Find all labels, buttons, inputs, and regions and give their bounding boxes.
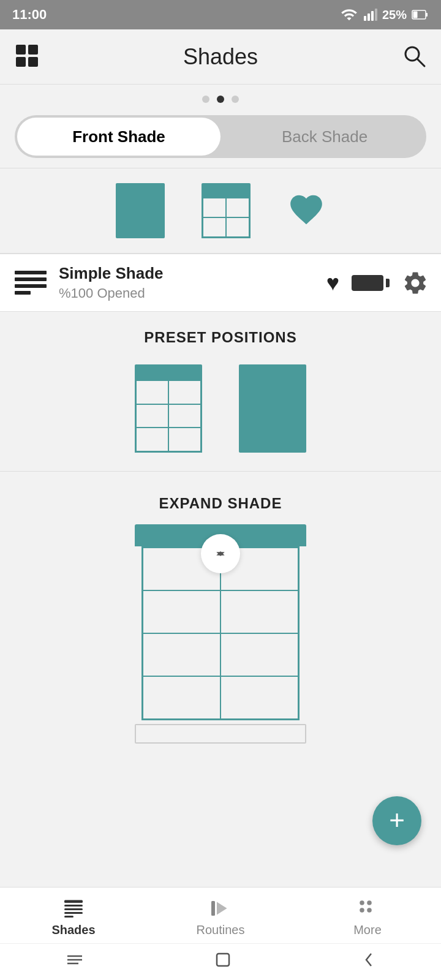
lines-icon	[15, 271, 47, 295]
add-button[interactable]: +	[372, 796, 421, 845]
wifi-icon	[341, 6, 358, 23]
svg-rect-6	[426, 13, 428, 17]
svg-point-21	[360, 908, 364, 913]
battery-icon	[412, 9, 429, 21]
svg-rect-5	[413, 12, 418, 18]
svg-point-19	[360, 900, 364, 905]
device-name: Simple Shade	[59, 264, 326, 283]
preset-positions-section: PRESET POSITIONS	[0, 312, 441, 471]
nav-routines-label: Routines	[197, 923, 245, 937]
nav-item-more[interactable]: More	[331, 897, 404, 937]
preset-row	[0, 358, 441, 471]
device-heart-icon[interactable]: ♥	[326, 270, 339, 296]
svg-rect-9	[16, 57, 26, 67]
status-right: 25%	[341, 6, 429, 23]
grid-icon[interactable]	[15, 43, 39, 70]
preset-open-icon[interactable]	[135, 364, 202, 453]
system-nav-bar	[0, 943, 441, 980]
expand-bottom-bar	[135, 724, 306, 744]
svg-rect-13	[64, 900, 83, 903]
shade-solid-icon[interactable]	[116, 183, 165, 238]
sys-nav-recents[interactable]	[65, 952, 85, 970]
svg-rect-1	[368, 13, 370, 21]
expand-shade-section: EXPAND SHADE	[0, 472, 441, 756]
device-item: Simple Shade %100 Opened ♥	[0, 254, 441, 312]
svg-rect-17	[64, 916, 74, 918]
bottom-nav: Shades Routines More	[0, 887, 441, 980]
expand-shade-title: EXPAND SHADE	[0, 478, 441, 524]
signal-icon	[363, 6, 377, 23]
device-actions: ♥	[326, 270, 429, 296]
svg-rect-0	[364, 16, 366, 21]
svg-rect-16	[64, 912, 83, 914]
device-icon	[12, 265, 49, 301]
add-icon: +	[389, 807, 405, 834]
svg-rect-10	[28, 57, 38, 67]
sys-nav-home[interactable]	[214, 951, 232, 971]
front-shade-button[interactable]: Front Shade	[17, 118, 221, 156]
svg-rect-7	[16, 45, 26, 55]
search-icon[interactable]	[402, 43, 426, 70]
status-bar: 11:00 25%	[0, 0, 441, 29]
device-settings-icon[interactable]	[402, 270, 429, 296]
nav-more-icon	[356, 897, 379, 919]
sys-nav-back[interactable]	[361, 951, 376, 971]
nav-more-label: More	[353, 923, 382, 937]
page-dot-1	[202, 96, 209, 103]
svg-rect-18	[211, 901, 215, 916]
battery-text: 25%	[382, 8, 407, 22]
favorite-icon[interactable]	[287, 190, 325, 231]
device-info: Simple Shade %100 Opened	[59, 264, 326, 301]
device-status: %100 Opened	[59, 285, 326, 301]
nav-shades-icon	[62, 897, 85, 919]
svg-point-11	[405, 47, 419, 61]
page-dot-2	[217, 96, 224, 103]
preset-positions-title: PRESET POSITIONS	[0, 312, 441, 358]
page-dot-3	[232, 96, 239, 103]
svg-point-20	[367, 900, 372, 905]
svg-rect-26	[217, 954, 229, 966]
svg-rect-14	[64, 905, 83, 907]
shade-toggle: Front Shade Back Shade	[15, 115, 426, 158]
svg-rect-2	[371, 11, 374, 21]
svg-rect-3	[375, 9, 377, 21]
page-dots	[0, 85, 441, 110]
shade-grid-icon[interactable]	[202, 183, 251, 238]
device-battery-icon	[352, 275, 390, 291]
back-shade-button[interactable]: Back Shade	[223, 115, 426, 158]
nav-routines-icon	[209, 897, 232, 919]
svg-point-22	[367, 908, 372, 913]
svg-rect-8	[28, 45, 38, 55]
status-time: 11:00	[12, 7, 47, 23]
icon-row	[0, 168, 441, 253]
nav-shades-label: Shades	[51, 923, 95, 937]
shade-grid-cells	[202, 197, 251, 238]
nav-items: Shades Routines More	[0, 888, 441, 943]
svg-rect-15	[64, 908, 83, 910]
expand-handle[interactable]	[201, 534, 240, 573]
page-title: Shades	[183, 44, 258, 70]
svg-line-12	[418, 59, 424, 66]
nav-item-routines[interactable]: Routines	[184, 897, 257, 937]
app-header: Shades	[0, 29, 441, 85]
main-content: Front Shade Back Shade	[0, 85, 441, 854]
preset-closed-icon[interactable]	[239, 364, 306, 453]
expand-shade-container	[0, 524, 441, 744]
nav-item-shades[interactable]: Shades	[37, 897, 110, 937]
